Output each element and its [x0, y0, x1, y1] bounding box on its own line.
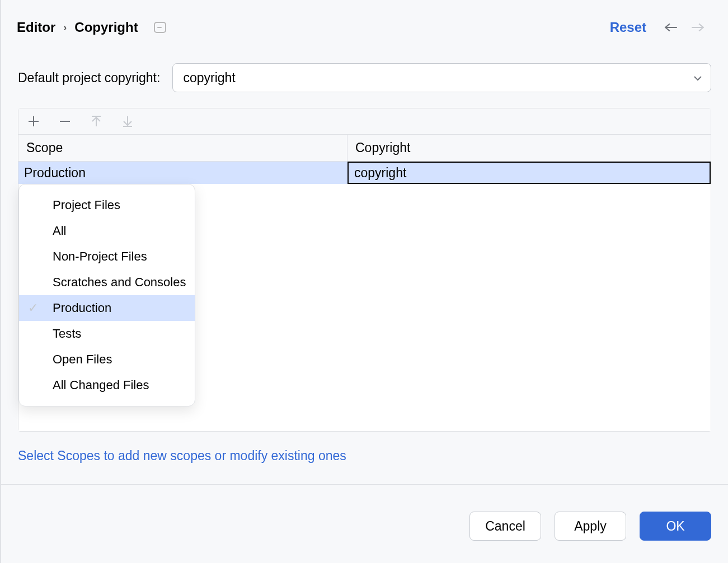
scope-option-tests[interactable]: Tests [19, 321, 195, 347]
default-copyright-label: Default project copyright: [18, 70, 160, 86]
breadcrumb-parent[interactable]: Editor [17, 20, 55, 35]
checkmark-icon: ✓ [28, 301, 38, 315]
breadcrumb: Editor › Copyright [17, 20, 610, 35]
cancel-button[interactable]: Cancel [469, 512, 541, 541]
reset-button[interactable]: Reset [610, 20, 646, 35]
select-scopes-link[interactable]: Select Scopes to add new scopes or modif… [18, 448, 346, 463]
table-row[interactable]: Production copyright [18, 162, 711, 184]
ok-button[interactable]: OK [640, 512, 711, 541]
nav-forward-button [690, 20, 706, 35]
default-copyright-value: copyright [183, 70, 235, 86]
option-label: Production [53, 301, 111, 315]
table-toolbar [18, 108, 711, 135]
move-down-button [120, 114, 135, 129]
scope-cell[interactable]: Production [18, 162, 347, 184]
option-label: Open Files [53, 352, 112, 367]
option-label: All [53, 224, 66, 238]
scope-option-production[interactable]: ✓ Production [19, 295, 195, 321]
option-label: Non-Project Files [53, 249, 147, 264]
nav-back-button[interactable] [663, 20, 679, 35]
table-header-scope: Scope [18, 135, 347, 161]
scope-option-all[interactable]: All [19, 218, 195, 244]
apply-button[interactable]: Apply [555, 512, 626, 541]
breadcrumb-current: Copyright [74, 20, 138, 35]
default-copyright-select[interactable]: copyright [172, 63, 711, 92]
scope-option-project-files[interactable]: Project Files [19, 192, 195, 218]
table-header-copyright: Copyright [347, 135, 711, 161]
add-button[interactable] [26, 114, 41, 129]
option-label: All Changed Files [53, 378, 149, 392]
option-label: Project Files [53, 198, 120, 212]
option-label: Scratches and Consoles [53, 275, 186, 290]
option-label: Tests [53, 327, 81, 341]
scope-dropdown-popup: Project Files All Non-Project Files Scra… [18, 184, 195, 406]
scope-option-all-changed-files[interactable]: All Changed Files [19, 372, 195, 398]
project-level-icon [154, 22, 166, 33]
copyright-cell[interactable]: copyright [347, 162, 711, 184]
footer-divider [1, 484, 728, 485]
scope-option-open-files[interactable]: Open Files [19, 347, 195, 372]
remove-button[interactable] [58, 114, 72, 129]
breadcrumb-separator-icon: › [63, 22, 67, 34]
scope-option-scratches-consoles[interactable]: Scratches and Consoles [19, 269, 195, 295]
scope-option-non-project-files[interactable]: Non-Project Files [19, 244, 195, 269]
scopes-table: Scope Copyright Production copyright Pro… [18, 108, 711, 432]
move-up-button [89, 114, 104, 129]
